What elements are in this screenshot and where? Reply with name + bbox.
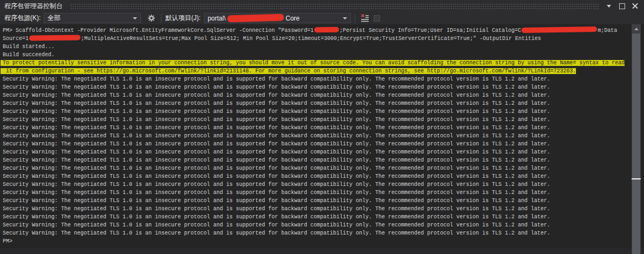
scroll-up-icon <box>634 28 639 30</box>
package-source-value: 全部 <box>48 14 60 23</box>
console-line: Security Warning: The negotiated TLS 1.0… <box>3 140 644 148</box>
default-project-value-suffix: Core <box>286 15 300 22</box>
clear-console-button[interactable] <box>359 13 371 24</box>
window-position-button[interactable] <box>604 2 614 10</box>
console-line: Security Warning: The negotiated TLS 1.0… <box>3 229 644 237</box>
console-line: Security Warning: The negotiated TLS 1.0… <box>3 148 644 156</box>
panel-titlebar: 程序包管理器控制台 <box>0 0 644 12</box>
titlebar-controls <box>604 2 644 10</box>
console-line: Security Warning: The negotiated TLS 1.0… <box>3 181 644 189</box>
gear-icon <box>147 14 155 22</box>
titlebar-drag-dots[interactable] <box>70 3 599 9</box>
toolbar-separator <box>161 14 161 23</box>
console-line: Security Warning: The negotiated TLS 1.0… <box>3 172 644 181</box>
stop-button[interactable] <box>371 13 383 24</box>
default-project-combobox[interactable]: portal\ Core <box>204 13 351 23</box>
console-line: Security Warning: The negotiated TLS 1.0… <box>3 108 644 116</box>
console-line: Security Warning: The negotiated TLS 1.0… <box>3 99 644 108</box>
console-line: PM> Scaffold-DbContext -Provider Microso… <box>3 26 644 35</box>
scrollbar-thumb[interactable] <box>632 34 640 254</box>
console-line: Build started... <box>3 43 644 51</box>
panel-bottom-edge <box>0 249 644 254</box>
console-line: Security Warning: The negotiated TLS 1.0… <box>3 221 644 229</box>
chevron-down-icon <box>133 17 137 19</box>
default-project-label: 默认项目(J): <box>165 14 200 23</box>
clear-console-icon <box>361 14 369 23</box>
redaction-scribble <box>227 14 284 23</box>
console-line: it from configuration - see https://go.m… <box>3 67 644 75</box>
console-line: Security Warning: The negotiated TLS 1.0… <box>3 91 644 99</box>
console-line: Source=1;MultipleActiveResultSets=true;M… <box>3 35 644 43</box>
console-line: Security Warning: The negotiated TLS 1.0… <box>3 164 644 172</box>
console-toolbar: 程序包源(K): 全部 默认项目(J): portal\ Core <box>0 12 644 24</box>
scroll-up-button[interactable] <box>632 24 641 34</box>
console-line: Security Warning: The negotiated TLS 1.0… <box>3 75 644 83</box>
redaction-scribble <box>314 27 339 33</box>
console-line: PM> <box>3 237 644 245</box>
console-line: Build succeeded. <box>3 51 644 59</box>
maximize-button[interactable] <box>617 2 627 10</box>
package-source-settings-button[interactable] <box>145 13 157 24</box>
console-output[interactable]: PM> Scaffold-DbContext -Provider Microso… <box>0 24 644 249</box>
maximize-icon <box>619 3 625 9</box>
console-line: To protect potentially sensitive informa… <box>3 59 644 67</box>
scrollbar-position-marker <box>632 178 641 179</box>
console-line: Security Warning: The negotiated TLS 1.0… <box>3 116 644 124</box>
redaction-scribble <box>521 26 597 33</box>
console-line: Security Warning: The negotiated TLS 1.0… <box>3 197 644 205</box>
stop-icon <box>374 15 380 22</box>
console-line: Security Warning: The negotiated TLS 1.0… <box>3 205 644 213</box>
close-button[interactable] <box>630 2 640 10</box>
vertical-scrollbar[interactable] <box>632 24 641 254</box>
console-line: Security Warning: The negotiated TLS 1.0… <box>3 124 644 132</box>
package-source-label: 程序包源(K): <box>4 14 40 23</box>
panel-title: 程序包管理器控制台 <box>0 2 63 11</box>
console-line: Security Warning: The negotiated TLS 1.0… <box>3 83 644 91</box>
package-source-combobox[interactable]: 全部 <box>44 13 141 23</box>
close-icon <box>632 3 638 9</box>
console-line: Security Warning: The negotiated TLS 1.0… <box>3 132 644 140</box>
console-line: Security Warning: The negotiated TLS 1.0… <box>3 189 644 197</box>
chevron-down-icon <box>607 5 611 8</box>
toolbar-separator <box>355 14 355 23</box>
default-project-value-prefix: portal\ <box>208 15 226 22</box>
console-line: Security Warning: The negotiated TLS 1.0… <box>3 213 644 221</box>
chevron-down-icon <box>343 17 347 19</box>
redaction-scribble <box>29 35 80 41</box>
console-line: Security Warning: The negotiated TLS 1.0… <box>3 156 644 164</box>
package-manager-console-panel: 程序包管理器控制台 程序包源(K): 全部 <box>0 0 644 254</box>
